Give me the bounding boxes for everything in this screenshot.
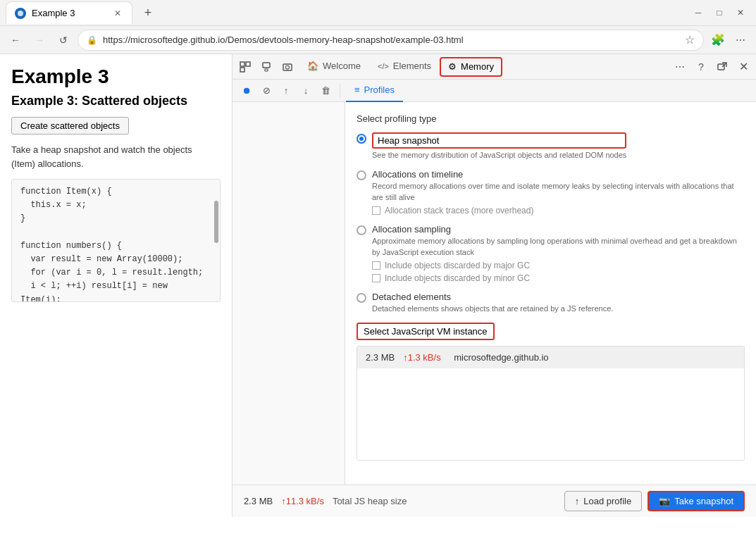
vm-section-title: Select JavaScript VM instance <box>357 323 495 340</box>
detached-elements-option: Detached elements Detached elements show… <box>357 292 745 314</box>
camera-icon: 📷 <box>659 496 670 506</box>
minimize-button[interactable]: ─ <box>688 3 708 23</box>
footer-rate: ↑11.3 kB/s <box>281 496 324 506</box>
inspect-element-button[interactable] <box>235 57 255 77</box>
svg-rect-8 <box>718 64 724 70</box>
svg-rect-3 <box>240 68 244 72</box>
page-title: Example 3 <box>11 65 221 88</box>
devtools-subtoolbar: ⏺ ⊘ ↑ ↓ 🗑 ≡ Profiles <box>233 80 756 102</box>
load-profile-button[interactable]: ↑ Load profile <box>564 491 642 511</box>
detached-elements-desc: Detached elements shows objects that are… <box>372 304 613 314</box>
take-screenshot-button[interactable] <box>278 57 297 77</box>
minor-gc-label: Include objects discarded by minor GC <box>385 273 530 283</box>
tab-elements-label: Elements <box>393 61 431 71</box>
heap-snapshot-desc: See the memory distribution of JavaScrip… <box>372 150 626 161</box>
heap-snapshot-radio-row[interactable]: Heap snapshot See the memory distributio… <box>357 132 745 161</box>
detach-button[interactable] <box>712 57 732 77</box>
detached-elements-radio-row[interactable]: Detached elements Detached elements show… <box>357 292 745 314</box>
vm-instance-list: 2.3 MB ↑1.3 kB/s microsoftedge.github.io <box>357 346 745 461</box>
new-tab-button[interactable]: + <box>138 3 158 23</box>
svg-point-0 <box>18 11 23 16</box>
memory-icon: ⚙ <box>448 61 457 72</box>
allocation-stack-traces-option[interactable]: Allocation stack traces (more overhead) <box>372 206 745 216</box>
back-button[interactable]: ← <box>6 30 25 50</box>
emulate-button[interactable] <box>256 57 276 77</box>
url-text: https://microsoftedge.github.io/Demos/de… <box>103 35 679 45</box>
allocations-timeline-label: Allocations on timeline <box>372 169 745 180</box>
page-content: Example 3 Example 3: Scattered objects C… <box>0 54 233 517</box>
vm-size: 2.3 MB <box>366 352 395 363</box>
allocation-stack-traces-checkbox[interactable] <box>372 206 380 215</box>
profiles-tab[interactable]: ≡ Profiles <box>346 80 403 102</box>
devtools-tabs: 🏠 Welcome </> Elements ⚙ Memory <box>299 54 502 80</box>
svg-rect-5 <box>265 69 268 71</box>
vm-name: microsoftedge.github.io <box>454 352 548 363</box>
browser-nav-icons: 🧩 ⋯ <box>708 30 750 50</box>
allocations-timeline-desc: Record memory allocations over time and … <box>372 181 745 203</box>
scrollbar-thumb[interactable] <box>214 201 218 243</box>
upload-button[interactable]: ↑ <box>278 82 295 99</box>
vm-instance-list-empty <box>357 368 744 460</box>
allocation-sampling-radio[interactable] <box>357 225 366 235</box>
major-gc-checkbox[interactable] <box>372 261 380 270</box>
allocations-timeline-label-wrap: Allocations on timeline Record memory al… <box>372 169 745 203</box>
tab-close-button[interactable]: ✕ <box>112 8 123 19</box>
detached-elements-label-wrap: Detached elements Detached elements show… <box>372 292 613 314</box>
help-button[interactable]: ? <box>691 57 711 77</box>
stop-button[interactable]: ⊘ <box>258 82 275 99</box>
heap-snapshot-radio[interactable] <box>357 134 366 144</box>
tab-welcome[interactable]: 🏠 Welcome <box>299 54 369 80</box>
take-snapshot-label: Take snapshot <box>674 496 733 506</box>
devtools-close-button[interactable]: ✕ <box>733 57 753 77</box>
address-bar[interactable]: 🔒 https://microsoftedge.github.io/Demos/… <box>78 30 704 51</box>
main-layout: Example 3 Example 3: Scattered objects C… <box>0 54 756 517</box>
minor-gc-checkbox[interactable] <box>372 274 380 282</box>
title-bar: Example 3 ✕ + ─ □ ✕ <box>0 0 756 25</box>
tab-elements[interactable]: </> Elements <box>369 54 440 80</box>
allocation-sampling-radio-row[interactable]: Allocation sampling Approximate memory a… <box>357 224 745 258</box>
active-tab[interactable]: Example 3 ✕ <box>6 1 132 24</box>
take-snapshot-button[interactable]: 📷 Take snapshot <box>647 491 745 511</box>
footer-label: Total JS heap size <box>333 496 407 506</box>
devtools-toolbar: 🏠 Welcome </> Elements ⚙ Memory ⋯ ? ✕ <box>233 54 756 80</box>
browser-chrome: Example 3 ✕ + ─ □ ✕ ← → ↺ 🔒 https://micr… <box>0 0 756 54</box>
refresh-button[interactable]: ↺ <box>54 30 73 50</box>
close-window-button[interactable]: ✕ <box>731 3 750 23</box>
description-line2: (Item) allocations. <box>11 158 84 169</box>
elements-icon: </> <box>378 62 389 70</box>
vm-instance-item[interactable]: 2.3 MB ↑1.3 kB/s microsoftedge.github.io <box>357 347 744 368</box>
download-button[interactable]: ↓ <box>297 82 314 99</box>
favorites-button[interactable]: ⋯ <box>731 30 750 50</box>
allocation-sampling-option: Allocation sampling Approximate memory a… <box>357 224 745 283</box>
footer-buttons: ↑ Load profile 📷 Take snapshot <box>564 491 745 511</box>
more-tabs-button[interactable]: ⋯ <box>670 57 690 77</box>
heap-snapshot-label: Heap snapshot <box>372 132 626 149</box>
footer-size: 2.3 MB <box>244 496 273 506</box>
create-scattered-objects-button[interactable]: Create scattered objects <box>11 117 129 135</box>
allocation-sampling-desc: Approximate memory allocations by sampli… <box>372 236 745 258</box>
lock-icon: 🔒 <box>87 35 97 45</box>
forward-button[interactable]: → <box>30 30 49 50</box>
allocations-timeline-radio[interactable] <box>357 170 366 180</box>
extensions-button[interactable]: 🧩 <box>708 30 728 50</box>
record-button[interactable]: ⏺ <box>238 82 255 99</box>
maximize-button[interactable]: □ <box>709 3 729 23</box>
svg-rect-4 <box>263 63 270 68</box>
allocation-sampling-label: Allocation sampling <box>372 224 745 235</box>
minor-gc-option[interactable]: Include objects discarded by minor GC <box>372 273 745 283</box>
tab-favicon <box>15 8 26 19</box>
detached-elements-radio[interactable] <box>357 293 366 303</box>
tab-memory[interactable]: ⚙ Memory <box>440 57 502 77</box>
svg-point-7 <box>286 65 290 69</box>
star-icon[interactable]: ☆ <box>685 33 695 46</box>
home-icon: 🏠 <box>307 61 318 71</box>
allocations-timeline-radio-row[interactable]: Allocations on timeline Record memory al… <box>357 169 745 203</box>
major-gc-option[interactable]: Include objects discarded by major GC <box>372 261 745 270</box>
nav-bar: ← → ↺ 🔒 https://microsoftedge.github.io/… <box>0 25 756 54</box>
profiles-sidebar <box>233 102 345 485</box>
subtoolbar-divider <box>340 84 340 98</box>
delete-button[interactable]: 🗑 <box>317 82 334 99</box>
main-panel: Select profiling type Heap snapshot See … <box>345 102 756 485</box>
profiles-tab-label: Profiles <box>364 85 395 95</box>
heap-snapshot-option: Heap snapshot See the memory distributio… <box>357 132 745 161</box>
